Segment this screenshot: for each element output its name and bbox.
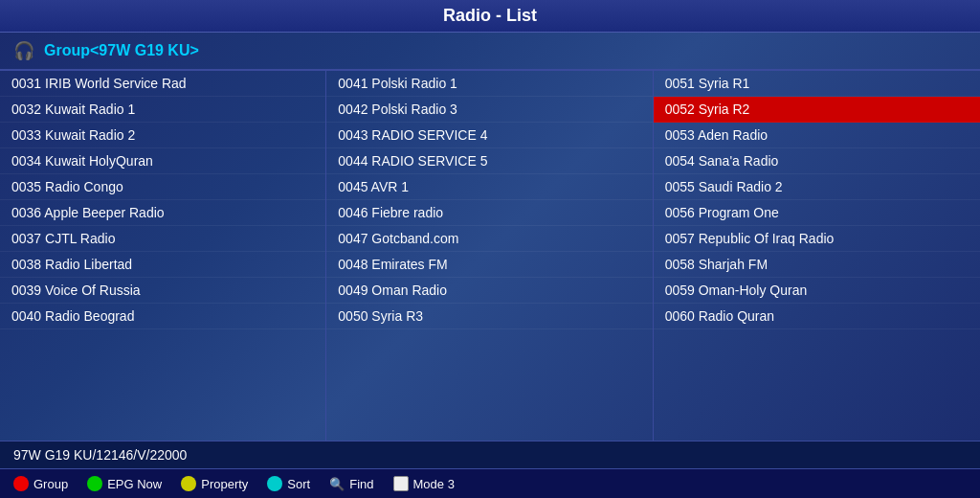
search-icon: 🔍 [329, 477, 345, 491]
list-item[interactable]: 0054 Sana'a Radio [654, 148, 980, 174]
list-item[interactable]: 0039 Voice Of Russia [0, 278, 325, 304]
red-dot-icon [13, 476, 29, 491]
list-item[interactable]: 0046 Fiebre radio [326, 200, 652, 226]
group-name: Group<97W G19 KU> [44, 42, 199, 59]
list-item[interactable]: 0047 Gotcband.com [326, 226, 652, 252]
list-item[interactable]: 0051 Syria R1 [654, 71, 980, 97]
list-item[interactable]: 0045 AVR 1 [326, 174, 652, 200]
list-item[interactable]: 0037 CJTL Radio [0, 226, 325, 252]
headphones-icon: 🎧 [13, 40, 34, 61]
epg-button[interactable]: EPG Now [87, 476, 162, 491]
mode-button[interactable]: Mode 3 [393, 476, 455, 491]
list-item[interactable]: 0050 Syria R3 [326, 304, 652, 329]
yellow-dot-icon [181, 476, 196, 491]
list-item[interactable]: 0059 Oman-Holy Quran [654, 278, 980, 304]
list-item[interactable]: 0034 Kuwait HolyQuran [0, 148, 325, 174]
find-button[interactable]: 🔍 Find [329, 477, 373, 491]
find-label: Find [349, 477, 373, 491]
sort-button[interactable]: Sort [267, 476, 310, 491]
list-column-3: 0051 Syria R10052 Syria R20053 Aden Radi… [654, 71, 980, 441]
list-item[interactable]: 0035 Radio Congo [0, 174, 325, 200]
white-dot-icon [393, 476, 409, 491]
list-item[interactable]: 0040 Radio Beograd [0, 304, 325, 329]
list-column-2: 0041 Polski Radio 10042 Polski Radio 300… [326, 71, 653, 441]
epg-label: EPG Now [107, 477, 162, 491]
list-item[interactable]: 0041 Polski Radio 1 [326, 71, 652, 97]
list-item[interactable]: 0044 RADIO SERVICE 5 [326, 148, 652, 174]
page-title: Radio - List [0, 0, 980, 33]
list-item[interactable]: 0058 Sharjah FM [654, 252, 980, 278]
group-button[interactable]: Group [13, 476, 68, 491]
cyan-dot-icon [267, 476, 282, 491]
list-item[interactable]: 0032 Kuwait Radio 1 [0, 97, 325, 123]
list-item[interactable]: 0033 Kuwait Radio 2 [0, 123, 325, 148]
list-item[interactable]: 0031 IRIB World Service Rad [0, 71, 325, 97]
sort-label: Sort [287, 477, 310, 491]
group-header: 🎧 Group<97W G19 KU> [0, 33, 980, 70]
radio-list: 0031 IRIB World Service Rad0032 Kuwait R… [0, 70, 980, 441]
list-item[interactable]: 0043 RADIO SERVICE 4 [326, 123, 652, 148]
group-label: Group [33, 477, 68, 491]
list-item[interactable]: 0052 Syria R2 [654, 97, 980, 123]
list-item[interactable]: 0038 Radio Libertad [0, 252, 325, 278]
mode-label: Mode 3 [413, 477, 455, 491]
list-item[interactable]: 0053 Aden Radio [654, 123, 980, 148]
list-item[interactable]: 0056 Program One [654, 200, 980, 226]
list-item[interactable]: 0057 Republic Of Iraq Radio [654, 226, 980, 252]
list-item[interactable]: 0036 Apple Beeper Radio [0, 200, 325, 226]
list-item[interactable]: 0048 Emirates FM [326, 252, 652, 278]
property-label: Property [201, 477, 248, 491]
property-button[interactable]: Property [181, 476, 248, 491]
list-item[interactable]: 0042 Polski Radio 3 [326, 97, 652, 123]
bottom-bar: Group EPG Now Property Sort 🔍 Find Mode … [0, 468, 980, 498]
status-bar: 97W G19 KU/12146/V/22000 [0, 441, 980, 468]
list-item[interactable]: 0055 Saudi Radio 2 [654, 174, 980, 200]
green-dot-icon [87, 476, 102, 491]
list-item[interactable]: 0060 Radio Quran [654, 304, 980, 329]
list-column-1: 0031 IRIB World Service Rad0032 Kuwait R… [0, 71, 326, 441]
list-item[interactable]: 0049 Oman Radio [326, 278, 652, 304]
